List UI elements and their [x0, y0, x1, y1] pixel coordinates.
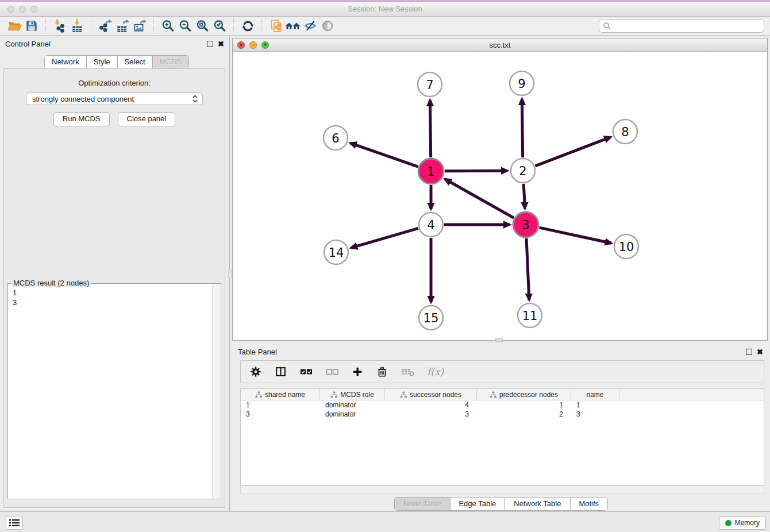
edge-3-10[interactable]	[539, 228, 611, 243]
tab-select[interactable]: Select	[117, 56, 152, 68]
split-panel-icon[interactable]	[274, 365, 287, 378]
close-panel-button[interactable]: Close panel	[118, 112, 176, 126]
export-table-icon[interactable]	[114, 18, 131, 34]
edge-2-9[interactable]	[522, 99, 522, 157]
run-mcds-button[interactable]: Run MCDS	[53, 112, 110, 126]
cell-successor-nodes[interactable]: 3	[385, 410, 477, 418]
graph-node-4[interactable]: 4	[419, 213, 443, 237]
column-header-predecessor-nodes[interactable]: predecessor nodes	[477, 389, 571, 400]
graph-node-6[interactable]: 6	[324, 126, 348, 150]
select-stepper-icon	[190, 93, 200, 105]
tab-style[interactable]: Style	[86, 56, 117, 68]
mcds-result-list[interactable]: 13	[8, 284, 221, 311]
graph-node-11[interactable]: 11	[518, 303, 542, 327]
table-row[interactable]: 1dominator411	[241, 400, 764, 410]
mcds-result-item[interactable]: 3	[13, 298, 216, 307]
open-session-icon[interactable]	[6, 18, 23, 34]
close-panel-icon[interactable]: ✖	[218, 40, 224, 48]
edge-1-7[interactable]	[430, 100, 430, 157]
first-neighbors-icon[interactable]	[284, 18, 302, 34]
float-table-panel-icon[interactable]	[746, 349, 752, 355]
apply-layout-icon[interactable]	[239, 18, 256, 34]
tab-edge-table[interactable]: Edge Table	[449, 498, 505, 510]
tab-mcds[interactable]: MCDS	[152, 56, 188, 68]
tab-node-table[interactable]: Node Table	[395, 498, 450, 510]
graph-node-9[interactable]: 9	[510, 71, 534, 95]
column-header-shared-name[interactable]: shared name	[241, 389, 320, 400]
show-panels-button[interactable]	[6, 516, 23, 530]
column-header-successor-nodes[interactable]: successor nodes	[385, 389, 477, 400]
mcds-panel: Optimization criterion: strongly connect…	[3, 68, 225, 508]
table-header-row: shared nameMCDS rolesuccessor nodesprede…	[241, 389, 764, 400]
save-session-icon[interactable]	[23, 18, 40, 34]
cell-MCDS-role[interactable]: dominator	[320, 410, 385, 418]
import-table-icon[interactable]	[68, 18, 86, 34]
graph-node-15[interactable]: 15	[419, 306, 443, 330]
node-table[interactable]: shared nameMCDS rolesuccessor nodesprede…	[240, 388, 764, 485]
zoom-selected-icon[interactable]	[211, 18, 228, 34]
deselect-all-rows-icon[interactable]	[325, 367, 339, 377]
export-image-icon[interactable]	[131, 18, 148, 34]
zoom-out-icon[interactable]	[176, 18, 194, 34]
table-settings-icon[interactable]	[249, 365, 262, 378]
result-scrollbar[interactable]	[212, 284, 220, 498]
zoom-in-icon[interactable]	[159, 18, 176, 34]
cell-name[interactable]: 1	[571, 401, 619, 409]
column-header-name[interactable]: name	[571, 389, 619, 400]
delete-row-icon[interactable]	[376, 365, 388, 378]
graph-node-7[interactable]: 7	[418, 72, 442, 97]
edge-1-2[interactable]	[445, 171, 507, 171]
function-builder-icon[interactable]: f(x)	[427, 366, 444, 377]
edge-1-6[interactable]	[350, 143, 418, 167]
cell-shared-name[interactable]: 1	[241, 401, 320, 409]
main-titlebar[interactable]: Session: New Session	[0, 2, 770, 17]
graph-node-3[interactable]: 3	[513, 212, 538, 237]
close-table-panel-icon[interactable]: ✖	[757, 348, 763, 356]
float-panel-icon[interactable]	[207, 41, 213, 47]
graph-node-1[interactable]: 1	[418, 159, 444, 184]
hide-details-icon[interactable]	[302, 18, 319, 34]
graph-node-10[interactable]: 10	[614, 234, 638, 259]
toolbar-separator	[45, 18, 46, 33]
edge-3-1[interactable]	[445, 179, 514, 218]
edge-2-8[interactable]	[535, 137, 610, 166]
clone-network-icon[interactable]	[267, 18, 284, 34]
tab-network[interactable]: Network	[45, 56, 86, 68]
network-window-titlebar[interactable]: scc.txt x−+	[233, 38, 767, 52]
cell-predecessor-nodes[interactable]: 2	[477, 410, 571, 418]
node-label: 8	[621, 125, 629, 139]
graph-node-14[interactable]: 14	[324, 240, 348, 264]
toolbar-separator	[261, 18, 262, 33]
add-row-icon[interactable]	[351, 365, 364, 378]
birds-eye-icon[interactable]	[319, 18, 336, 34]
edge-2-3[interactable]	[523, 184, 525, 209]
graph-node-2[interactable]: 2	[511, 159, 535, 183]
horizontal-splitter-grip[interactable]	[495, 338, 503, 342]
optimization-criterion-select[interactable]: strongly connected component	[26, 92, 203, 105]
cell-predecessor-nodes[interactable]: 1	[477, 401, 571, 409]
cell-successor-nodes[interactable]: 4	[385, 401, 477, 409]
mcds-result-item[interactable]: 1	[13, 288, 216, 298]
search-input[interactable]	[614, 21, 760, 30]
select-all-rows-icon[interactable]	[299, 367, 313, 377]
edge-4-14[interactable]	[351, 228, 418, 248]
table-row[interactable]: 3dominator323	[241, 410, 764, 419]
graph-node-8[interactable]: 8	[613, 119, 637, 144]
vertical-splitter-grip[interactable]	[228, 269, 232, 278]
search-box[interactable]	[599, 19, 764, 33]
network-graph[interactable]: 7968124314101511	[233, 51, 767, 340]
delete-table-icon[interactable]	[401, 366, 415, 377]
cell-name[interactable]: 3	[571, 410, 619, 418]
zoom-fit-icon[interactable]	[194, 18, 211, 34]
cell-shared-name[interactable]: 3	[241, 410, 320, 418]
cell-MCDS-role[interactable]: dominator	[320, 401, 385, 409]
edge-3-11[interactable]	[526, 238, 529, 300]
export-network-icon[interactable]	[97, 18, 114, 34]
network-canvas[interactable]: 7968124314101511	[233, 51, 767, 340]
table-hscrollbar[interactable]	[240, 485, 764, 494]
tab-motifs[interactable]: Motifs	[569, 498, 607, 510]
import-network-icon[interactable]	[51, 18, 68, 34]
column-header-MCDS-role[interactable]: MCDS role	[320, 389, 385, 400]
memory-button[interactable]: Memory	[719, 516, 766, 530]
tab-network-table[interactable]: Network Table	[505, 498, 569, 510]
